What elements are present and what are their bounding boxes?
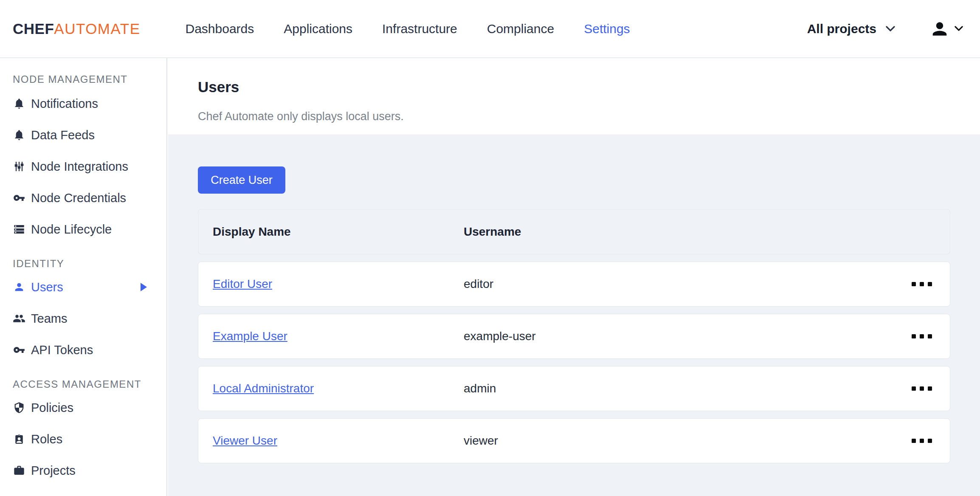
person-icon	[13, 281, 25, 293]
briefcase-icon	[13, 464, 25, 477]
sidebar-item-node-integrations[interactable]: Node Integrations	[0, 151, 166, 182]
header-right: All projects	[807, 19, 980, 39]
user-link-viewer[interactable]: Viewer User	[213, 434, 277, 447]
storage-icon	[13, 223, 25, 236]
bell-icon	[13, 97, 25, 110]
sidebar-item-users[interactable]: Users	[0, 271, 166, 303]
group-icon	[13, 312, 25, 325]
sidebar-item-label: Node Credentials	[31, 191, 126, 205]
row-menu-button[interactable]	[911, 384, 933, 393]
nav-dashboards[interactable]: Dashboards	[186, 22, 254, 36]
projects-filter-label: All projects	[807, 22, 876, 36]
sidebar-item-api-tokens[interactable]: API Tokens	[0, 334, 166, 366]
sidebar-item-roles[interactable]: Roles	[0, 423, 166, 455]
table-row: Viewer User viewer	[198, 418, 950, 463]
badge-icon	[13, 433, 25, 445]
nav-settings[interactable]: Settings	[584, 22, 630, 36]
sidebar-item-policies[interactable]: Policies	[0, 392, 166, 423]
user-link-editor[interactable]: Editor User	[213, 277, 272, 290]
page-subtitle: Chef Automate only displays local users.	[198, 110, 980, 123]
shield-icon	[13, 401, 25, 414]
sidebar-section-node-management: NODE MANAGEMENT	[13, 73, 166, 85]
username-cell: editor	[464, 277, 911, 291]
top-header: CHEFAUTOMATE Dashboards Applications Inf…	[0, 0, 980, 58]
logo-automate-text: AUTOMATE	[54, 20, 140, 37]
settings-sidebar: NODE MANAGEMENT Notifications Data Feeds…	[0, 58, 167, 496]
page-title: Users	[198, 79, 980, 96]
chevron-down-icon	[886, 26, 895, 32]
sidebar-item-label: Policies	[31, 401, 73, 415]
bell-icon	[13, 129, 25, 141]
main-content: Users Chef Automate only displays local …	[168, 58, 980, 496]
row-menu-button[interactable]	[911, 436, 933, 445]
nav-infrastructure[interactable]: Infrastructure	[382, 22, 457, 36]
username-cell: admin	[464, 382, 911, 395]
sidebar-item-label: Projects	[31, 464, 76, 478]
column-header-display-name: Display Name	[213, 225, 464, 239]
sidebar-item-label: Teams	[31, 312, 67, 326]
sidebar-item-projects[interactable]: Projects	[0, 455, 166, 486]
main-nav: Dashboards Applications Infrastructure C…	[186, 22, 630, 36]
sidebar-item-node-credentials[interactable]: Node Credentials	[0, 182, 166, 214]
key-icon	[13, 192, 25, 204]
table-row: Local Administrator admin	[198, 366, 950, 411]
sidebar-item-label: Notifications	[31, 97, 98, 111]
chef-automate-logo[interactable]: CHEFAUTOMATE	[13, 20, 141, 37]
logo-chef-text: CHEF	[13, 20, 54, 37]
sidebar-item-label: Users	[31, 280, 63, 294]
page-header: Users Chef Automate only displays local …	[168, 58, 980, 135]
key-icon	[13, 344, 25, 356]
ellipsis-icon	[912, 334, 932, 338]
sidebar-item-label: Node Integrations	[31, 160, 128, 174]
row-menu-button[interactable]	[911, 332, 933, 341]
users-table: Display Name Username Editor User editor…	[198, 209, 950, 463]
sidebar-item-label: Node Lifecycle	[31, 223, 112, 237]
sidebar-section-access-management: ACCESS MANAGEMENT	[13, 378, 166, 390]
sidebar-section-identity: IDENTITY	[13, 258, 166, 270]
table-row: Example User example-user	[198, 314, 950, 359]
users-table-header: Display Name Username	[198, 209, 950, 254]
ellipsis-icon	[912, 282, 932, 286]
sidebar-item-label: Data Feeds	[31, 128, 95, 142]
column-header-username: Username	[464, 225, 950, 239]
username-cell: example-user	[464, 330, 911, 343]
sliders-icon	[13, 160, 25, 173]
user-menu[interactable]	[930, 19, 964, 39]
ellipsis-icon	[912, 439, 932, 443]
user-link-example-user[interactable]: Example User	[213, 330, 287, 343]
sidebar-item-node-lifecycle[interactable]: Node Lifecycle	[0, 214, 166, 245]
user-link-admin[interactable]: Local Administrator	[213, 382, 314, 395]
sidebar-item-teams[interactable]: Teams	[0, 303, 166, 334]
username-cell: viewer	[464, 434, 911, 448]
sidebar-item-label: Roles	[31, 432, 62, 446]
create-user-button[interactable]: Create User	[198, 166, 285, 194]
person-icon	[930, 19, 949, 39]
sidebar-item-notifications[interactable]: Notifications	[0, 88, 166, 119]
nav-applications[interactable]: Applications	[284, 22, 352, 36]
users-panel: Create User Display Name Username Editor…	[168, 135, 980, 463]
sidebar-item-data-feeds[interactable]: Data Feeds	[0, 119, 166, 151]
projects-filter-dropdown[interactable]: All projects	[807, 22, 895, 36]
nav-compliance[interactable]: Compliance	[487, 22, 554, 36]
ellipsis-icon	[912, 386, 932, 391]
table-row: Editor User editor	[198, 262, 950, 307]
submenu-arrow-icon	[141, 283, 147, 291]
sidebar-item-label: API Tokens	[31, 343, 93, 357]
row-menu-button[interactable]	[911, 279, 933, 289]
chevron-down-icon	[955, 26, 964, 32]
